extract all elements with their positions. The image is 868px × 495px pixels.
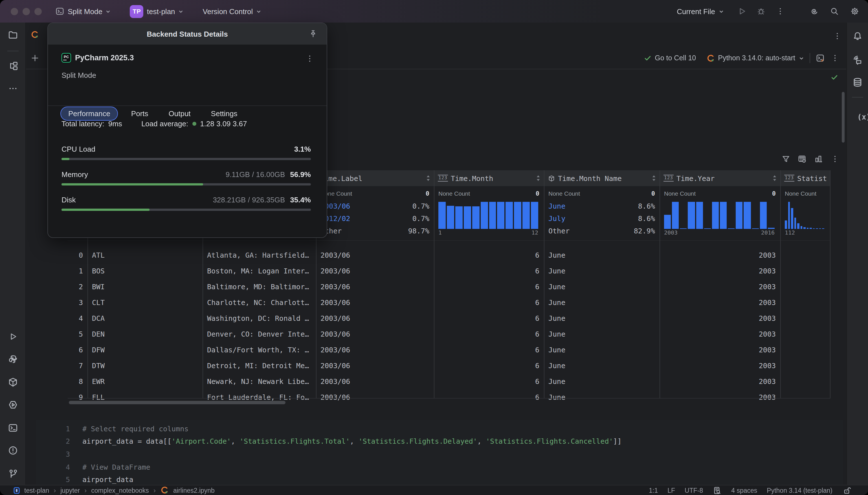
- table-cell[interactable]: DCA: [88, 310, 202, 326]
- ai-assistant-icon[interactable]: [809, 7, 818, 16]
- table-kebab-icon[interactable]: [830, 154, 839, 164]
- table-cell[interactable]: 6: [434, 279, 544, 295]
- close-button[interactable]: [11, 7, 18, 15]
- table-cell[interactable]: June: [545, 263, 660, 279]
- bell-icon[interactable]: [852, 31, 862, 41]
- table-cell[interactable]: 6: [434, 294, 544, 310]
- tab-options-kebab-icon[interactable]: [832, 32, 841, 40]
- summary-entry-label[interactable]: July: [548, 214, 565, 223]
- status-item[interactable]: 1:1: [649, 487, 658, 494]
- summary-entry[interactable]: Other98.7%: [320, 227, 429, 235]
- table-cell[interactable]: 2003/06: [317, 279, 434, 295]
- table-cell[interactable]: 6: [434, 263, 544, 279]
- summary-entry[interactable]: June8.6%: [548, 202, 655, 210]
- filter-icon[interactable]: [781, 154, 790, 164]
- table-cell[interactable]: 1: [68, 263, 87, 279]
- ai-share-icon[interactable]: [852, 55, 862, 65]
- breadcrumb-item[interactable]: jupyter: [60, 487, 80, 494]
- project-menu[interactable]: TP test-plan: [130, 5, 184, 18]
- structure-icon[interactable]: [7, 61, 18, 71]
- table-cell[interactable]: 2: [68, 279, 87, 295]
- sort-icon[interactable]: [536, 175, 540, 182]
- table-cell[interactable]: [781, 310, 830, 326]
- summary-entry[interactable]: 2003/060.7%: [320, 202, 429, 210]
- column-visibility-icon[interactable]: [798, 154, 806, 164]
- table-cell[interactable]: June: [545, 279, 660, 295]
- status-item[interactable]: Python 3.14 (test-plan): [767, 487, 832, 494]
- sort-icon[interactable]: [772, 175, 777, 182]
- summary-entry[interactable]: July8.6%: [548, 214, 655, 223]
- maximize-button[interactable]: [34, 7, 42, 15]
- table-cell[interactable]: 2003/06: [317, 248, 434, 263]
- table-cell[interactable]: 2003: [660, 263, 780, 279]
- table-cell[interactable]: 7: [68, 358, 87, 374]
- doc-search-icon[interactable]: [713, 486, 722, 495]
- table-cell[interactable]: June: [545, 373, 660, 389]
- search-everywhere-icon[interactable]: [830, 7, 839, 16]
- table-cell[interactable]: 2003: [660, 389, 780, 405]
- table-cell[interactable]: 2003/06: [317, 373, 434, 389]
- add-cell-plus-icon[interactable]: [31, 54, 39, 63]
- notebook-kebab-icon[interactable]: [830, 54, 839, 63]
- table-cell[interactable]: 2003/06: [317, 342, 434, 358]
- table-cell[interactable]: [781, 389, 830, 405]
- table-cell[interactable]: [781, 373, 830, 389]
- table-cell[interactable]: 2003: [660, 310, 780, 326]
- go-to-cell-link[interactable]: Go to Cell 10: [644, 54, 696, 62]
- table-cell[interactable]: Newark, NJ: Newark Libe…: [203, 373, 316, 389]
- terminal-icon[interactable]: [7, 423, 18, 433]
- python-packages-icon[interactable]: [7, 377, 18, 387]
- debug-button[interactable]: [756, 7, 765, 16]
- popup-tab-ports[interactable]: Ports: [124, 107, 156, 120]
- code-line[interactable]: 1# Select required columns: [36, 422, 842, 435]
- table-cell[interactable]: 6: [434, 326, 544, 342]
- table-cell[interactable]: 4: [68, 310, 87, 326]
- table-cell[interactable]: June: [545, 358, 660, 374]
- more-actions-button[interactable]: [775, 7, 785, 16]
- git-icon[interactable]: [7, 468, 18, 479]
- summary-entry-label[interactable]: Other: [548, 227, 570, 235]
- table-cell[interactable]: Detroit, MI: Detroit Me…: [203, 358, 316, 374]
- table-cell[interactable]: 6: [68, 342, 87, 358]
- status-item[interactable]: 4 spaces: [731, 487, 757, 494]
- table-cell[interactable]: 6: [434, 342, 544, 358]
- jupyter-console-icon[interactable]: [816, 54, 824, 63]
- split-mode-menu[interactable]: Split Mode: [55, 7, 111, 16]
- table-cell[interactable]: [781, 294, 830, 310]
- table-cell[interactable]: 2003/06: [317, 326, 434, 342]
- table-cell[interactable]: Baltimore, MD: Baltimor…: [203, 279, 316, 295]
- status-item[interactable]: LF: [667, 487, 675, 494]
- table-cell[interactable]: [781, 263, 830, 279]
- column-header[interactable]: Time.Label: [317, 170, 434, 187]
- breadcrumb-item[interactable]: airlines2.ipynb: [173, 487, 215, 494]
- table-cell[interactable]: June: [545, 389, 660, 405]
- table-cell[interactable]: 2003: [660, 279, 780, 295]
- minimize-button[interactable]: [22, 7, 30, 15]
- breadcrumb-item[interactable]: test-plan: [24, 487, 49, 494]
- jupyter-file-icon[interactable]: [31, 31, 39, 39]
- table-cell[interactable]: 2003/06: [317, 294, 434, 310]
- column-header[interactable]: 123Time.Year: [660, 170, 780, 187]
- code-line[interactable]: 5airport_data: [36, 473, 842, 486]
- table-cell[interactable]: 2003/06: [317, 358, 434, 374]
- code-line[interactable]: 2airport_data = data[['Airport.Code', 'S…: [36, 435, 842, 448]
- table-cell[interactable]: 6: [434, 373, 544, 389]
- version-control-menu[interactable]: Version Control: [203, 7, 262, 16]
- column-header[interactable]: Time.Month Name: [545, 170, 660, 187]
- popup-kebab-icon[interactable]: [305, 54, 314, 63]
- table-cell[interactable]: [781, 248, 830, 263]
- column-header[interactable]: 123Statistics.#: [781, 170, 830, 187]
- play-icon[interactable]: [8, 332, 17, 341]
- more-icon[interactable]: [7, 83, 18, 93]
- pin-icon[interactable]: [308, 29, 318, 38]
- table-cell[interactable]: 3: [68, 294, 87, 310]
- table-cell[interactable]: June: [545, 248, 660, 263]
- popup-tab-output[interactable]: Output: [161, 107, 198, 120]
- table-cell[interactable]: Boston, MA: Logan Inter…: [203, 263, 316, 279]
- table-cell[interactable]: June: [545, 342, 660, 358]
- table-cell[interactable]: ATL: [88, 248, 202, 263]
- sort-icon[interactable]: [426, 175, 431, 182]
- summary-entry[interactable]: Other82.9%: [548, 227, 655, 235]
- table-cell[interactable]: [781, 279, 830, 295]
- table-cell[interactable]: 2003: [660, 294, 780, 310]
